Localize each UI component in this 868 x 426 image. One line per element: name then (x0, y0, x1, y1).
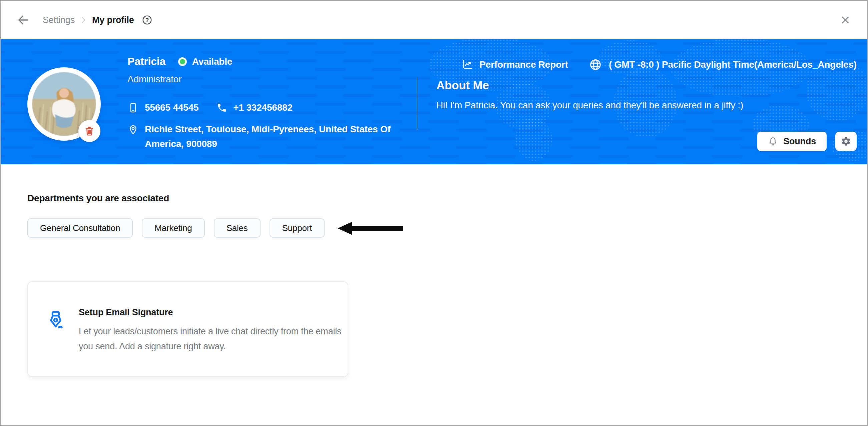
svg-text:?: ? (146, 17, 149, 23)
department-chip[interactable]: Marketing (142, 218, 205, 238)
mobile-number-text: 55665 44545 (145, 102, 198, 113)
profile-header: Patricia Available Administrator 55665 4… (1, 39, 867, 164)
location-pin-icon (127, 122, 139, 151)
address-text: Richie Street, Toulouse, Midi-Pyrenees, … (145, 122, 392, 151)
header-top-right: Performance Report ( GMT -8:0 ) Pacific … (461, 58, 857, 71)
topbar: Settings My profile ? (1, 1, 867, 39)
department-chip[interactable]: Support (270, 218, 325, 238)
annotation-arrow (337, 221, 404, 236)
performance-report-link[interactable]: Performance Report (461, 59, 568, 71)
profile-name: Patricia (127, 55, 165, 68)
close-icon (840, 14, 851, 26)
department-chip[interactable]: General Consultation (27, 218, 133, 238)
departments-chips: General Consultation Marketing Sales Sup… (27, 218, 867, 238)
gear-icon (841, 136, 851, 147)
breadcrumb-settings[interactable]: Settings (43, 15, 75, 25)
address-row: Richie Street, Toulouse, Midi-Pyrenees, … (127, 122, 392, 151)
my-profile-window: Settings My profile ? (0, 0, 868, 426)
breadcrumb-chevron-icon (80, 16, 87, 24)
signature-card-title: Setup Email Signature (79, 307, 173, 318)
help-icon: ? (142, 15, 152, 25)
about-title: About Me (436, 79, 743, 92)
signature-card-description: Let your leads/customers initiate a live… (79, 324, 346, 354)
header-actions: Sounds (757, 132, 857, 151)
sounds-label: Sounds (783, 136, 816, 147)
status-available-dot (178, 57, 187, 66)
about-block: About Me Hi! I'm Patricia. You can ask y… (436, 79, 743, 113)
timezone-text: ( GMT -8:0 ) Pacific Daylight Time(Ameri… (609, 59, 857, 70)
email-signature-card[interactable]: Setup Email Signature Let your leads/cus… (27, 281, 348, 377)
phone-icon (217, 102, 227, 113)
name-row: Patricia Available (127, 55, 232, 68)
performance-report-label: Performance Report (479, 59, 568, 70)
delete-photo-button[interactable] (79, 120, 100, 142)
globe-icon (589, 58, 602, 71)
timezone-selector[interactable]: ( GMT -8:0 ) Pacific Daylight Time(Ameri… (589, 58, 857, 71)
status-label: Available (192, 56, 232, 67)
sounds-button[interactable]: Sounds (757, 132, 827, 151)
pen-nib-icon (45, 310, 66, 333)
bell-icon (768, 136, 778, 146)
avatar[interactable] (27, 67, 101, 141)
close-button[interactable] (838, 13, 852, 27)
breadcrumb-current: My profile (92, 15, 134, 25)
department-chip[interactable]: Sales (214, 218, 260, 238)
mobile-number: 55665 44545 (127, 102, 198, 113)
mobile-icon (127, 102, 139, 113)
header-divider (417, 77, 417, 130)
settings-button[interactable] (835, 132, 857, 151)
phone-number: +1 332456882 (217, 102, 292, 113)
contact-row: 55665 44545 +1 332456882 (127, 102, 292, 113)
content-area: Departments you are associated General C… (1, 164, 867, 377)
trash-icon (84, 125, 95, 137)
back-button[interactable] (16, 13, 31, 27)
help-button[interactable]: ? (141, 14, 153, 26)
profile-role: Administrator (127, 74, 182, 85)
about-text: Hi! I'm Patricia. You can ask your queri… (436, 98, 743, 113)
departments-title: Departments you are associated (27, 193, 867, 204)
back-arrow-icon (17, 13, 30, 27)
chart-icon (461, 59, 473, 71)
phone-number-text: +1 332456882 (233, 102, 292, 113)
